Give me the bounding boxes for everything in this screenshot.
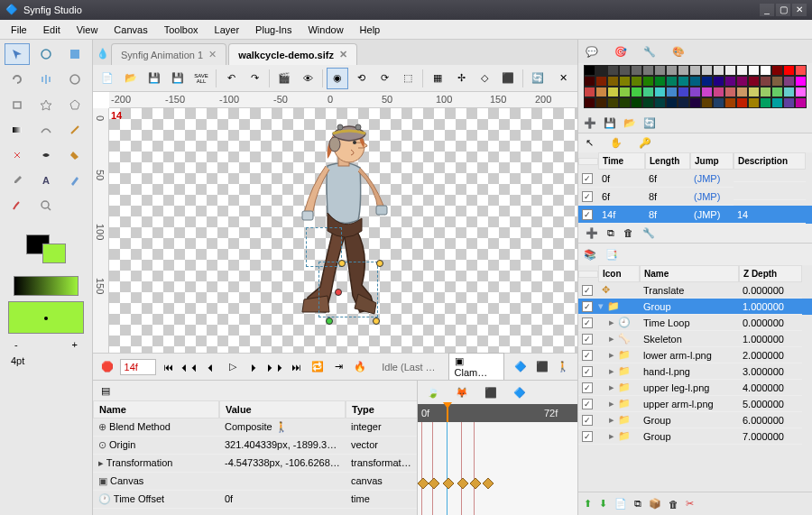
toolbar-close-icon[interactable]: ✕ xyxy=(552,68,574,89)
tl-tab-history-icon[interactable]: 🦊 xyxy=(456,387,468,399)
palette-tab-tool-icon[interactable]: 🔧 xyxy=(643,46,656,58)
palette-swatch[interactable] xyxy=(771,97,783,108)
menu-layer[interactable]: Layer xyxy=(208,23,247,37)
window-minimize-button[interactable]: _ xyxy=(760,4,774,16)
clamp-combo[interactable]: ▣ Clam… xyxy=(448,353,505,381)
animate-edit-button[interactable]: 🚶 xyxy=(554,358,572,376)
palette-swatch[interactable] xyxy=(783,87,795,97)
layer-row[interactable]: ▸📁Group6.000000 xyxy=(578,412,812,428)
palette-swatch[interactable] xyxy=(631,65,642,76)
refresh-button[interactable]: 🔄 xyxy=(527,68,549,89)
loop-button[interactable]: 🔁 xyxy=(309,358,327,376)
prev-frame-button[interactable]: ⏴ xyxy=(202,358,220,376)
palette-swatch[interactable] xyxy=(689,65,701,76)
palette-swatch[interactable] xyxy=(748,65,760,76)
brush-grow[interactable]: + xyxy=(72,339,78,350)
future-onion-button[interactable]: ⟳ xyxy=(374,68,395,89)
palette-swatch[interactable] xyxy=(795,65,807,76)
fill-preview[interactable] xyxy=(8,301,84,334)
palette-swatch[interactable] xyxy=(595,97,607,108)
palette-swatch[interactable] xyxy=(713,97,724,108)
palette-swatch[interactable] xyxy=(584,76,595,87)
menu-edit[interactable]: Edit xyxy=(36,23,68,37)
kf-props-button[interactable]: 🔧 xyxy=(642,227,655,239)
next-keyframe-button[interactable]: ⏵⏵ xyxy=(266,358,284,376)
palette-swatch[interactable] xyxy=(713,65,724,76)
origin-gizmo[interactable] xyxy=(326,317,333,325)
layer-group-button[interactable]: 📦 xyxy=(649,498,661,510)
palette-swatch[interactable] xyxy=(678,97,689,108)
layer-dup-button[interactable]: ⧉ xyxy=(634,498,641,510)
keyframe-checkbox[interactable] xyxy=(582,191,593,202)
param-row[interactable]: ▣ Canvascanvas xyxy=(93,473,417,491)
fill-color-swatch[interactable] xyxy=(42,244,66,263)
palette-swatch[interactable] xyxy=(642,87,654,97)
render-button[interactable]: 🎬 xyxy=(273,68,295,89)
window-maximize-button[interactable]: ▢ xyxy=(776,4,790,16)
menu-window[interactable]: Window xyxy=(300,23,350,37)
palette-swatch[interactable] xyxy=(760,87,771,97)
tool-spline[interactable] xyxy=(33,119,59,141)
kf-col-desc[interactable]: Description xyxy=(734,152,806,170)
menu-toolbox[interactable]: Toolbox xyxy=(157,23,206,37)
palette-swatch[interactable] xyxy=(771,76,783,87)
layer-new-button[interactable]: 📄 xyxy=(614,498,627,510)
handle-gizmo[interactable] xyxy=(338,260,346,267)
kf-cursor-icon[interactable]: ↖ xyxy=(586,137,594,149)
gradient-swatch[interactable] xyxy=(14,276,78,296)
palette-swatch[interactable] xyxy=(748,87,760,97)
rotate-gizmo[interactable] xyxy=(335,289,342,296)
bounds-button[interactable]: ⇥ xyxy=(330,358,348,376)
tab-walkcycle-demo[interactable]: walkcycle-demo.sifz ✕ xyxy=(228,43,357,65)
palette-swatch[interactable] xyxy=(736,87,748,97)
palette-swatch[interactable] xyxy=(654,97,666,108)
selection-bbox-2[interactable] xyxy=(306,227,342,267)
kf-add-button[interactable]: ➕ xyxy=(586,227,598,239)
palette-swatch[interactable] xyxy=(631,76,642,87)
keyframe-checkbox[interactable] xyxy=(582,173,593,184)
record-icon[interactable]: 🛑 xyxy=(98,358,116,376)
keyframe-checkbox[interactable] xyxy=(582,209,593,220)
layer-visibility-checkbox[interactable] xyxy=(582,350,593,361)
palette-swatch[interactable] xyxy=(619,76,631,87)
palette-swatch[interactable] xyxy=(607,76,619,87)
palette-swatch[interactable] xyxy=(689,97,701,108)
palette-swatch[interactable] xyxy=(713,87,724,97)
kf-hand-icon[interactable]: ✋ xyxy=(610,137,623,149)
palette-swatch[interactable] xyxy=(654,76,666,87)
canvas[interactable]: -200 -150 -100 -50 0 50 100 150 200 0 50… xyxy=(93,92,577,353)
kf-remove-button[interactable]: 🗑 xyxy=(623,227,633,239)
layer-visibility-checkbox[interactable] xyxy=(582,301,593,312)
palette-swatch[interactable] xyxy=(654,87,666,97)
selection-bbox[interactable] xyxy=(318,262,378,317)
palette-swatch[interactable] xyxy=(795,97,807,108)
tool-cutout[interactable] xyxy=(5,144,30,166)
palette-swatch[interactable] xyxy=(724,87,736,97)
palette-swatch[interactable] xyxy=(654,65,666,76)
palette-swatch[interactable] xyxy=(724,65,736,76)
palette-swatch[interactable] xyxy=(701,97,713,108)
params-tab-icon[interactable]: ▤ xyxy=(97,382,115,399)
layer-delete-button[interactable]: 🗑 xyxy=(669,499,678,510)
tool-zoom[interactable] xyxy=(33,195,59,216)
layer-row[interactable]: ▸📁hand-l.png3.000000 xyxy=(578,363,812,380)
palette-swatch[interactable] xyxy=(724,97,736,108)
onion-skin-toggle[interactable]: ◉ xyxy=(327,68,348,89)
col-value[interactable]: Value xyxy=(219,400,346,418)
snap-button[interactable]: ⬚ xyxy=(397,68,419,89)
menu-help[interactable]: Help xyxy=(353,23,388,37)
palette-swatch[interactable] xyxy=(666,65,678,76)
palette-swatch[interactable] xyxy=(678,76,689,87)
tool-smooth-move[interactable] xyxy=(33,43,59,65)
keyframe-row[interactable]: 0f6f(JMP) xyxy=(578,170,812,188)
tool-scale[interactable] xyxy=(62,43,88,65)
palette-swatch[interactable] xyxy=(642,97,654,108)
palette-swatch[interactable] xyxy=(771,87,783,97)
layer-row[interactable]: ▸📁upper arm-l.png5.000000 xyxy=(578,396,812,412)
tool-brush[interactable] xyxy=(5,195,30,216)
param-row[interactable]: 🕐 Time Offset0ftime xyxy=(93,491,417,509)
param-row[interactable]: ⊕ Blend MethodComposite 🚶integer xyxy=(93,418,417,437)
kf-col-jump[interactable]: Jump xyxy=(690,152,734,170)
tool-sketch[interactable] xyxy=(62,170,88,191)
layer-row[interactable]: ▸🕘Time Loop0.000000 xyxy=(578,315,812,331)
